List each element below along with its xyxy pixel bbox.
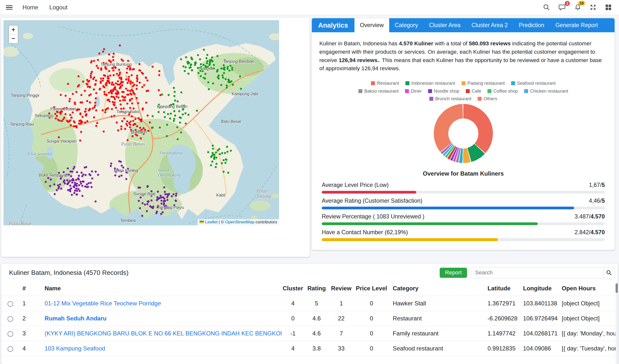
- sidebar-toggle-button[interactable]: [1, 1, 17, 14]
- cell-num: 2: [20, 311, 43, 326]
- legend-item-cafe[interactable]: Cafe: [466, 88, 481, 94]
- notifications-button[interactable]: 15: [570, 1, 585, 14]
- cell-cluster: 4: [282, 296, 304, 311]
- legend-color-swatch: [478, 97, 482, 101]
- zoom-out-button[interactable]: −: [9, 34, 18, 43]
- summary-bold-value: 4.570 Kuliner: [399, 40, 433, 47]
- report-button[interactable]: Report: [440, 268, 467, 278]
- grid-menu-button[interactable]: [601, 1, 616, 14]
- legend-label: Cafe: [472, 88, 481, 94]
- donut-chart[interactable]: [434, 104, 493, 163]
- cell-rating: 4.6: [304, 326, 329, 341]
- cell-open-hours: [object Object]: [560, 296, 618, 311]
- legend-row: Brunch restaurantOthers: [319, 96, 607, 101]
- search-icon: [543, 4, 550, 11]
- messages-button[interactable]: 3: [554, 1, 570, 14]
- cell-rating: 4.6: [304, 311, 329, 326]
- table-search-input[interactable]: [471, 267, 604, 278]
- summary-fragment: with a total of: [433, 40, 469, 47]
- progress-fill: [322, 238, 498, 241]
- summary-bold-value: 580.093 reviews: [469, 40, 511, 47]
- legend-color-swatch: [511, 81, 515, 85]
- leaflet-map[interactable]: Tanjung BuntungTanjung PinggirSekupangTa…: [3, 20, 279, 225]
- legend-item-bakso-restaurant[interactable]: Bakso restaurant: [358, 88, 399, 94]
- row-name-link[interactable]: 103 Kampung Seafood: [45, 345, 105, 352]
- progress-fill: [322, 207, 574, 209]
- summary-bold-value: 126,94 reviews.: [339, 57, 379, 63]
- legend-item-indonesian-restaurant[interactable]: Indonesian restaurant: [405, 81, 455, 86]
- table-row: 4103 Kampung Seafood43.8330Seafood resta…: [1, 341, 618, 356]
- map-zoom-control: + −: [8, 25, 18, 44]
- metric-value-number: 1,67/: [589, 182, 602, 188]
- cell-latitude: 1.3672971: [485, 296, 521, 311]
- table-scrollbar-thumb[interactable]: [616, 283, 618, 293]
- app-root: Home Logout 3 15: [0, 0, 619, 364]
- legend-item-padang-restaurant[interactable]: Padang restaurant: [462, 81, 505, 86]
- metric-value-total: 5: [602, 182, 605, 188]
- row-name-link[interactable]: Rumah Seduh Andaru: [45, 315, 106, 322]
- table-search-group: [471, 267, 615, 278]
- metric-label: Average Level Price (Low): [322, 182, 389, 188]
- messages-badge: 3: [565, 1, 570, 6]
- table-row: 2Rumah Seduh Andaru04.6220Restaurant-6.2…: [1, 311, 618, 326]
- row-select-radio[interactable]: [7, 301, 13, 307]
- osm-link[interactable]: OpenStreetMap: [225, 220, 254, 224]
- tab-cluster-area-2[interactable]: Cluster Area 2: [466, 18, 513, 33]
- row-name-link[interactable]: 01-12 Mix Vegetable Rice Teochew Porridg…: [45, 300, 161, 307]
- legend-label: Bakso restaurant: [364, 88, 399, 94]
- metric-label: Review Percentage ( 1083 Unreviewed ): [322, 213, 424, 220]
- nav-link-home[interactable]: Home: [17, 4, 44, 11]
- cell-longitude: 106.9726494: [521, 311, 560, 326]
- row-select-radio[interactable]: [7, 331, 13, 337]
- nav-link-logout[interactable]: Logout: [44, 4, 73, 11]
- navbar-search-button[interactable]: [539, 1, 554, 14]
- cell-rating: 3.8: [304, 341, 329, 356]
- row-select-radio[interactable]: [7, 316, 13, 322]
- cell-cluster: -1: [282, 326, 304, 341]
- cell-review: 22: [329, 311, 354, 326]
- legend-row: Bakso restaurantDinerNoodle shopCafeCoff…: [319, 88, 607, 94]
- leaflet-link[interactable]: Leaflet: [205, 220, 217, 224]
- cell-latitude: 1.1497742: [485, 326, 521, 341]
- legend-item-restaurant[interactable]: Restaurant: [371, 81, 399, 86]
- analytics-body: Kuliner in Batam, Indonesia has 4.570 Ku…: [312, 32, 615, 250]
- legend-item-diner[interactable]: Diner: [405, 88, 422, 94]
- legend-item-noodle-shop[interactable]: Noodle shop: [428, 88, 459, 94]
- row-select-radio[interactable]: [7, 346, 13, 352]
- metric-label: Have a Contact Number (62,19%): [322, 229, 408, 236]
- legend-item-brunch-restaurant[interactable]: Brunch restaurant: [429, 96, 471, 101]
- cell-open-hours: [object Object]: [560, 311, 618, 326]
- metric-value-number: 3.487/: [575, 213, 591, 220]
- top-navbar: Home Logout 3 15: [0, 0, 619, 15]
- column-header-select: [1, 282, 20, 296]
- tab-generate-report[interactable]: Generate Report: [550, 18, 603, 33]
- table-row: 101-12 Mix Vegetable Rice Teochew Porrid…: [1, 296, 618, 311]
- legend-item-others[interactable]: Others: [478, 96, 497, 101]
- fullscreen-button[interactable]: [586, 1, 601, 14]
- cell-cluster: 4: [282, 341, 304, 356]
- ukraine-flag-icon: [200, 221, 204, 223]
- row-name-link[interactable]: (KYKY ARI) BENGKONG BARU BLOK E NO 66 KE…: [45, 330, 282, 337]
- legend-item-chicken-restaurant[interactable]: Chicken restaurant: [524, 88, 568, 94]
- navbar-right: 3 15: [539, 1, 616, 14]
- cell-category: Family restaurant: [389, 326, 485, 341]
- metric-value: 1,67/5: [589, 182, 605, 188]
- column-header-rating: Rating: [304, 282, 329, 296]
- cell-num: 3: [20, 326, 43, 341]
- tab-prediction[interactable]: Prediction: [513, 18, 550, 33]
- legend-label: Others: [484, 96, 497, 101]
- tab-overview[interactable]: Overview: [354, 18, 389, 33]
- zoom-in-button[interactable]: +: [9, 26, 18, 34]
- table-scroll-area[interactable]: #NameClusterRatingReviewPrice LevelCateg…: [1, 282, 618, 364]
- notifications-badge: 15: [578, 1, 585, 6]
- legend-color-swatch: [405, 89, 409, 93]
- grid-icon: [605, 4, 612, 11]
- table-search-button[interactable]: [604, 267, 615, 278]
- tab-cluster-area[interactable]: Cluster Area: [423, 18, 466, 33]
- legend-item-coffee-shop[interactable]: Coffee shop: [487, 88, 518, 94]
- legend-item-seafood-restaurant[interactable]: Seafood restaurant: [511, 81, 556, 86]
- legend-color-swatch: [429, 97, 433, 101]
- cell-longitude: 104.09086: [521, 341, 560, 356]
- tab-category[interactable]: Category: [389, 18, 423, 33]
- summary-text: Kuliner in Batam, Indonesia has 4.570 Ku…: [319, 39, 607, 73]
